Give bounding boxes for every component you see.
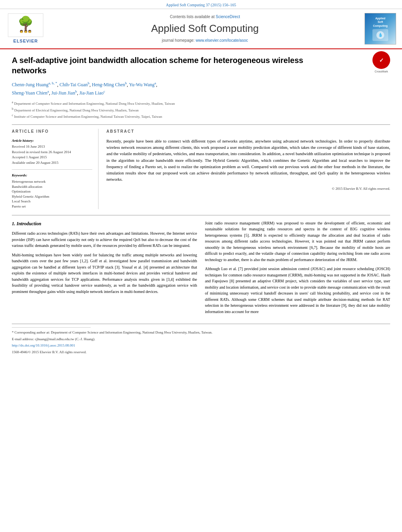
author-4-sup: a bbox=[154, 81, 156, 85]
right-para-1: Joint radio resource management (JRRM) w… bbox=[205, 220, 390, 263]
affiliation-c: c Institute of Computer Science and Info… bbox=[12, 113, 390, 120]
journal-header: 🌳 🧑 🧑 🧑 ELSEVIER Contents lists availabl… bbox=[0, 9, 402, 49]
author-3: Heng-Ming Chen bbox=[92, 82, 125, 87]
received-date: Received 16 June 2013 bbox=[12, 144, 92, 150]
journal-header-center: Contents lists available at ScienceDirec… bbox=[49, 14, 361, 43]
email-note: E-mail address: cjhuang@mail.ndhu.edu.tw… bbox=[12, 337, 390, 342]
article-info-abstract-section: ARTICLE INFO Article history: Received 1… bbox=[12, 129, 390, 209]
logo-line3: Computing bbox=[373, 24, 388, 27]
doi-line: http://dx.doi.org/10.1016/j.asoc.2015.08… bbox=[12, 343, 390, 348]
article-title: A self-adaptive joint bandwidth allocati… bbox=[12, 55, 315, 76]
footnote-divider bbox=[12, 327, 91, 328]
keyword-5: Local Search bbox=[12, 199, 92, 204]
body-left-col: 1. Introduction Different radio access t… bbox=[12, 220, 197, 318]
intro-para-2: Multi-homing techniques have been widely… bbox=[12, 252, 197, 295]
journal-homepage: journal homepage: www.elsevier.com/locat… bbox=[49, 38, 361, 43]
keyword-6: Pareto set bbox=[12, 204, 92, 209]
elsevier-brand: ELSEVIER bbox=[13, 38, 38, 44]
issn-line: 1568-4946/© 2015 Elsevier B.V. All right… bbox=[12, 350, 390, 355]
keywords-section: Keywords: Heterogeneous network Bandwidt… bbox=[12, 173, 92, 209]
main-content: ✓ CrossMark A self-adaptive joint bandwi… bbox=[0, 49, 402, 360]
section-divider-1 bbox=[12, 124, 390, 125]
authors-line: Chenn-Jung Huanga, b, *, Chih-Tai Guanb,… bbox=[12, 80, 390, 97]
logo-line2: Soft bbox=[378, 20, 383, 23]
svg-text:✓: ✓ bbox=[379, 57, 384, 63]
author-4: Yu-Wu Wang bbox=[129, 82, 154, 87]
affiliation-a: a Department of Computer Science and Inf… bbox=[12, 100, 390, 107]
author-5: Sheng-Yuan Chien bbox=[12, 90, 47, 96]
author-1-sup: a, b, * bbox=[48, 81, 57, 85]
article-history: Article history: Received 16 June 2013 R… bbox=[12, 138, 92, 166]
author-3-sup: b bbox=[125, 81, 127, 85]
journal-logo-right: Applied Soft Computing 💧 bbox=[365, 13, 396, 44]
footnote-area: * Corresponding author at: Department of… bbox=[12, 324, 390, 355]
corresponding-author-note: * Corresponding author at: Department of… bbox=[12, 330, 390, 336]
copyright-line: © 2015 Elsevier B.V. All rights reserved… bbox=[106, 186, 390, 191]
journal-title: Applied Soft Computing bbox=[49, 21, 361, 35]
sciencedirect-link[interactable]: ScienceDirect bbox=[216, 15, 240, 19]
affiliation-b: b Department of Electrical Engineering, … bbox=[12, 107, 390, 113]
article-info-column: ARTICLE INFO Article history: Received 1… bbox=[12, 129, 99, 209]
keyword-3: Optimization bbox=[12, 189, 92, 194]
journal-citation: Applied Soft Computing 37 (2015) 156–165 bbox=[166, 3, 236, 7]
crossmark-badge: ✓ CrossMark bbox=[372, 51, 390, 74]
author-6: Jui-Jiun Jian bbox=[51, 90, 75, 96]
received-revised-date: Received in revised form 26 August 2014 bbox=[12, 150, 92, 155]
body-right-col: Joint radio resource management (JRRM) w… bbox=[205, 220, 390, 318]
author-6-sup: b bbox=[75, 89, 77, 93]
contents-available-text: Contents lists available at ScienceDirec… bbox=[49, 14, 361, 20]
abstract-header: ABSTRACT bbox=[106, 129, 390, 134]
elsevier-logo: 🌳 🧑 🧑 🧑 ELSEVIER bbox=[6, 13, 45, 44]
body-section: 1. Introduction Different radio access t… bbox=[12, 215, 390, 318]
keyword-2: Bandwidth allocation bbox=[12, 184, 92, 189]
doi-link[interactable]: http://dx.doi.org/10.1016/j.asoc.2015.08… bbox=[12, 343, 75, 347]
author-1: Chenn-Jung Huang bbox=[12, 82, 48, 87]
intro-para-1: Different radio access technologies (RAT… bbox=[12, 230, 197, 249]
accepted-date: Accepted 1 August 2015 bbox=[12, 155, 92, 160]
abstract-column: ABSTRACT Recently, people have been able… bbox=[106, 129, 390, 209]
affiliations: a Department of Computer Science and Inf… bbox=[12, 100, 390, 120]
journal-top-bar: Applied Soft Computing 37 (2015) 156–165 bbox=[0, 0, 402, 9]
intro-heading: 1. Introduction bbox=[12, 220, 197, 228]
elsevier-tree-img: 🌳 🧑 🧑 🧑 bbox=[8, 13, 43, 37]
author-2: Chih-Tai Guan bbox=[60, 82, 87, 87]
article-info-header: ARTICLE INFO bbox=[12, 129, 92, 134]
author-2-sup: b bbox=[87, 81, 89, 85]
crossmark-label: CrossMark bbox=[372, 70, 390, 74]
author-7-sup: c bbox=[104, 89, 105, 93]
journal-homepage-link[interactable]: www.elsevier.com/locate/asoc bbox=[195, 38, 248, 43]
keyword-4: Hybrid Genetic Algorithm bbox=[12, 194, 92, 199]
available-date: Available online 20 August 2015 bbox=[12, 160, 92, 166]
author-7: Jia-Jian Liao bbox=[79, 90, 104, 96]
body-two-col: 1. Introduction Different radio access t… bbox=[12, 220, 390, 318]
abstract-text: Recently, people have been able to conne… bbox=[106, 138, 390, 183]
right-para-2: Although Luo et al. [7] provided joint s… bbox=[205, 266, 390, 315]
info-divider bbox=[12, 169, 92, 170]
logo-line1: Applied bbox=[375, 17, 385, 20]
crossmark-icon: ✓ bbox=[376, 54, 387, 66]
keywords-label: Keywords: bbox=[12, 173, 92, 178]
keyword-1: Heterogeneous network bbox=[12, 179, 92, 184]
author-5-sup: a bbox=[47, 89, 49, 93]
history-label: Article history: bbox=[12, 138, 92, 143]
